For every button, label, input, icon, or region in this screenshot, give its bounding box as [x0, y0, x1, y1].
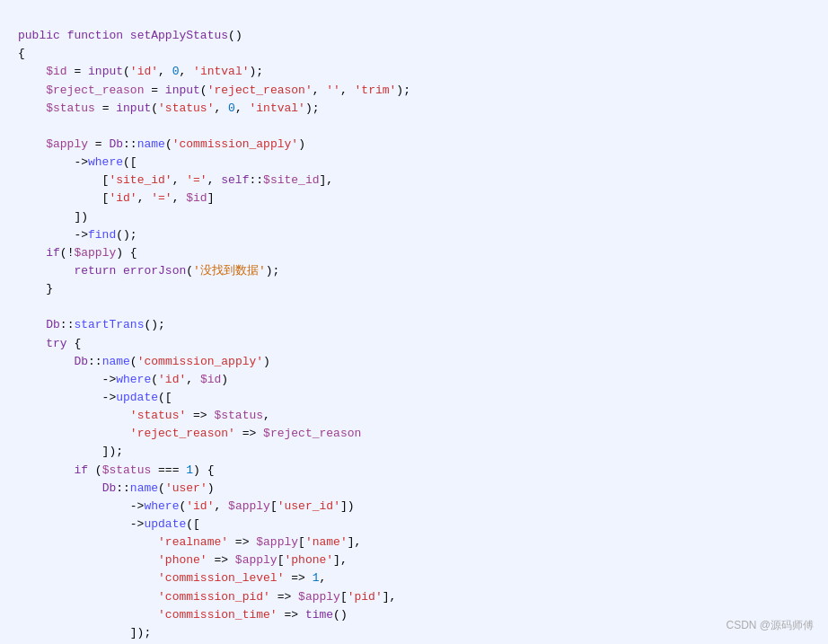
- code-block: public function setApplyStatus() { $id =…: [0, 0, 828, 644]
- watermark-text: CSDN @源码师傅: [726, 618, 814, 633]
